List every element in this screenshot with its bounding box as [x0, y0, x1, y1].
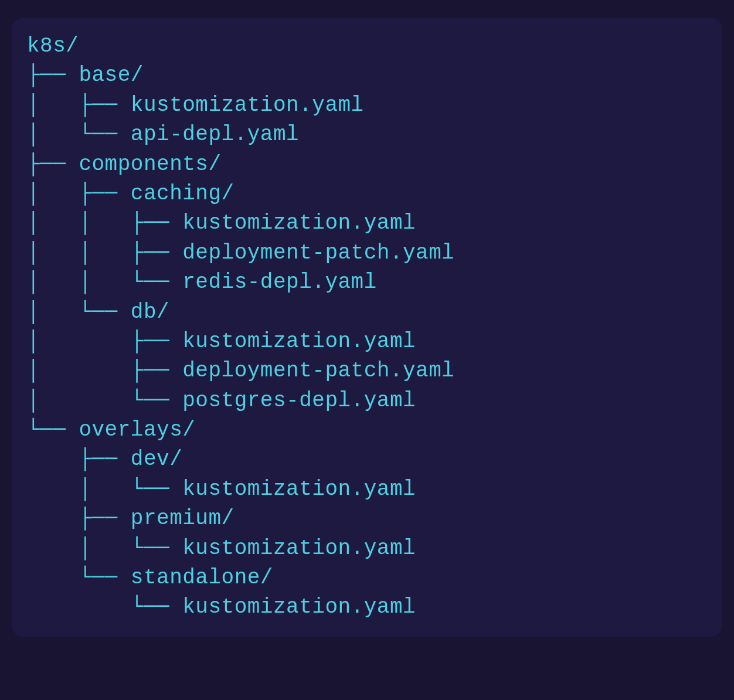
- tree-line: │ ├── kustomization.yaml: [27, 91, 707, 120]
- tree-line: │ │ ├── kustomization.yaml: [27, 209, 707, 238]
- tree-line: │ ├── caching/: [27, 179, 707, 209]
- tree-line: │ └── db/: [27, 298, 707, 327]
- tree-line: └── standalone/: [27, 563, 707, 593]
- tree-line: │ ├── deployment-patch.yaml: [27, 356, 707, 386]
- tree-root: k8s/: [27, 32, 707, 61]
- tree-line: ├── base/: [27, 61, 707, 90]
- tree-line: │ ├── kustomization.yaml: [27, 327, 707, 356]
- tree-line: └── overlays/: [27, 416, 707, 445]
- tree-line: └── kustomization.yaml: [27, 593, 707, 622]
- tree-line: │ │ └── redis-depl.yaml: [27, 268, 707, 297]
- tree-line: │ └── postgres-depl.yaml: [27, 386, 707, 416]
- tree-line: │ └── api-depl.yaml: [27, 120, 707, 149]
- tree-line: │ └── kustomization.yaml: [27, 534, 707, 563]
- tree-line: │ └── kustomization.yaml: [27, 475, 707, 504]
- tree-line: │ │ ├── deployment-patch.yaml: [27, 239, 707, 268]
- tree-line: ├── premium/: [27, 504, 707, 534]
- tree-line: ├── components/: [27, 150, 707, 179]
- file-tree: k8s/ ├── base/ │ ├── kustomization.yaml …: [12, 18, 722, 637]
- tree-line: ├── dev/: [27, 445, 707, 474]
